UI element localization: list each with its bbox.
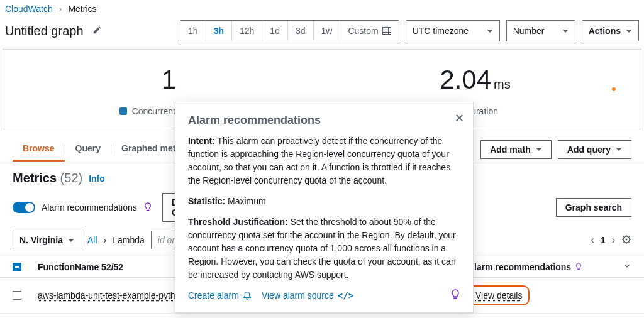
prev-page[interactable]: ‹	[591, 234, 594, 246]
col-alarm-recommendations[interactable]: Alarm recommendations	[468, 262, 613, 272]
row-checkbox[interactable]	[13, 291, 21, 300]
lightbulb-icon	[575, 262, 582, 272]
range-1h[interactable]: 1h	[180, 21, 206, 41]
format-label: Number	[513, 26, 545, 36]
code-icon: </>	[338, 290, 353, 300]
chevron-down-icon	[616, 148, 622, 151]
region-select[interactable]: N. Virginia	[13, 231, 81, 249]
page-title: Untitled graph	[5, 24, 84, 38]
view-details-link[interactable]: View details	[475, 290, 522, 300]
lightbulb-icon	[143, 202, 152, 213]
function-name[interactable]: aws-lambda-unit-test-example-python...	[38, 290, 192, 300]
add-math-button[interactable]: Add math	[480, 140, 552, 159]
graph-search-label: Graph search	[565, 202, 622, 212]
breadcrumb-root[interactable]: CloudWatch	[5, 4, 53, 14]
lightbulb-icon[interactable]	[450, 289, 460, 301]
intent-label: Intent:	[188, 136, 215, 146]
range-12h[interactable]: 12h	[232, 21, 262, 41]
breadcrumb: CloudWatch › Metrics	[0, 0, 644, 18]
crumb-all[interactable]: All	[87, 235, 97, 245]
format-select[interactable]: Number	[506, 20, 575, 41]
chevron-right-icon: ›	[104, 235, 107, 245]
metrics-heading: Metrics (52)	[13, 171, 82, 185]
gear-icon[interactable]	[621, 234, 631, 246]
expand-column[interactable]	[613, 261, 631, 272]
chevron-down-icon	[562, 30, 569, 33]
chevron-down-icon	[626, 30, 632, 33]
chevron-down-icon	[487, 30, 493, 33]
chevron-right-icon: ›	[59, 4, 62, 14]
select-all-checkbox[interactable]	[13, 263, 21, 271]
range-3h[interactable]: 3h	[206, 21, 232, 41]
statistic-label: Statistic:	[188, 196, 225, 206]
metrics-breadcrumb: All › Lambda	[87, 235, 145, 245]
next-page[interactable]: ›	[612, 234, 615, 246]
view-alarm-source-link[interactable]: View alarm source </>	[262, 290, 353, 300]
pagination: ‹ 1 ›	[591, 234, 631, 246]
range-1w[interactable]: 1w	[314, 21, 341, 41]
data-point-icon	[612, 87, 616, 91]
statistic-text: Maximum	[228, 196, 266, 206]
tab-browse[interactable]: Browse	[13, 137, 65, 162]
threshold-label: Threshold Justification:	[188, 217, 288, 227]
info-link[interactable]: Info	[89, 173, 105, 184]
metric-unit-right: ms	[494, 77, 511, 91]
alarm-recommendations-popover: ✕ Alarm recommendations Intent: This ala…	[175, 102, 474, 313]
region-label: N. Virginia	[19, 235, 63, 245]
range-custom-label: Custom	[348, 26, 378, 36]
alarm-recommendations-label: Alarm recommendations	[42, 202, 137, 212]
view-details-highlighted[interactable]: View details	[468, 285, 530, 305]
metric-value-left: 1	[16, 65, 322, 95]
chevron-down-icon	[536, 148, 542, 151]
view-source-label: View alarm source	[262, 290, 334, 300]
intent-text: This alarm can proactively detect if the…	[188, 136, 450, 185]
alarm-recommendations-toggle[interactable]	[13, 202, 35, 213]
metrics-heading-label: Metrics	[13, 171, 57, 185]
metrics-count: (52)	[60, 171, 83, 185]
add-math-label: Add math	[490, 145, 531, 155]
actions-menu[interactable]: Actions	[582, 20, 639, 41]
page-number: 1	[601, 235, 606, 245]
timezone-label: UTC timezone	[413, 26, 469, 36]
svg-point-1	[626, 238, 628, 240]
crumb-lambda: Lambda	[113, 235, 145, 245]
popover-title: Alarm recommendations	[188, 114, 460, 127]
create-alarm-link[interactable]: Create alarm	[188, 290, 252, 300]
time-range-group: 1h 3h 12h 1d 3d 1w Custom	[180, 20, 399, 41]
range-custom[interactable]: Custom	[340, 21, 398, 41]
range-1d[interactable]: 1d	[262, 21, 288, 41]
col-rec-label: Alarm recommendations	[468, 262, 571, 272]
bell-icon	[243, 291, 252, 300]
table-row: aws-lambda-unit-test-example-python... E…	[0, 314, 644, 318]
create-alarm-label: Create alarm	[188, 290, 239, 300]
calendar-icon	[382, 27, 391, 35]
edit-icon[interactable]	[92, 26, 101, 36]
range-3d[interactable]: 3d	[288, 21, 314, 41]
breadcrumb-current: Metrics	[68, 4, 96, 14]
actions-label: Actions	[589, 26, 621, 36]
add-query-label: Add query	[567, 145, 611, 155]
metric-value-right: 2.04	[440, 65, 491, 94]
add-query-button[interactable]: Add query	[558, 140, 631, 159]
timezone-select[interactable]: UTC timezone	[406, 20, 500, 41]
chevron-down-icon	[68, 239, 74, 242]
graph-search-button[interactable]: Graph search	[556, 198, 631, 217]
legend-swatch-blue	[119, 107, 127, 115]
tab-query[interactable]: Query	[65, 137, 111, 162]
close-icon[interactable]: ✕	[455, 111, 464, 125]
